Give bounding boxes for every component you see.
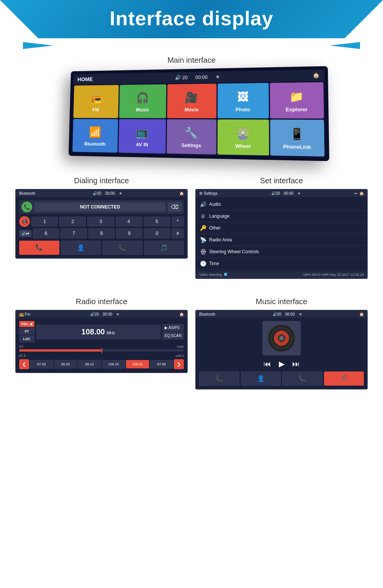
- radio-eq-btn[interactable]: EQ SCAN: [162, 332, 184, 339]
- radio-screen: 📻 Fm 🔊20 00:00 ☀ 🏠 FM1 ◀ ST LOC: [15, 310, 188, 373]
- dial-backspace-btn[interactable]: ⌫: [168, 202, 182, 212]
- app-bluetooth[interactable]: 📶 Bluetooth: [72, 119, 118, 153]
- radio-presets: ❮ 87.50 90.50 98.10 106.10 108.00 87.50 …: [19, 359, 184, 369]
- settings-screen: ⚙ Settings 🔊20 00:00 ☀ ↩ 🏠 🔊 Audio 🖥: [195, 189, 368, 279]
- settings-item-steering[interactable]: 🎡 Steering Wheel Controls: [196, 246, 367, 258]
- app-music[interactable]: 🎧 Music: [119, 84, 166, 118]
- music-tab-music[interactable]: 🎵: [324, 371, 364, 386]
- dial-key-2[interactable]: 2: [59, 217, 86, 226]
- dialing-label: Dialing interface: [15, 176, 188, 185]
- settings-back[interactable]: ↩: [354, 191, 357, 195]
- radio-preset-6[interactable]: 87.50: [150, 360, 173, 368]
- dial-number-display: NOT CONNECTED: [34, 202, 165, 212]
- music-topbar-center: 🔊20 00:00 ☀: [273, 312, 302, 316]
- app-wheel[interactable]: 🎡 Wheel: [217, 119, 269, 155]
- radio-preset-5[interactable]: 108.00: [126, 360, 149, 368]
- header-banner: Interface display: [0, 0, 383, 38]
- dial-hangup-btn[interactable]: 📵: [19, 216, 30, 227]
- music-tab-recent[interactable]: 📞: [282, 371, 322, 386]
- radio-preset-2[interactable]: 90.50: [54, 360, 77, 368]
- dial-tab-recent[interactable]: 📞: [102, 241, 142, 255]
- dial-key-9[interactable]: 9: [116, 228, 142, 238]
- dial-key-3[interactable]: 3: [87, 217, 114, 226]
- app-explorer[interactable]: 📁 Explorer: [270, 82, 324, 119]
- dial-call-btn[interactable]: 📞: [21, 202, 32, 212]
- dial-row-1: 📵 1 2 3 4 5 *: [19, 216, 184, 227]
- app-phonelink[interactable]: 📱 PhoneLink: [270, 120, 324, 157]
- radio-asps-label: AS/PS: [169, 326, 180, 330]
- dialing-content: 📞 NOT CONNECTED ⌫ 📵 1 2 3 4 5 * 🔊⇄: [16, 197, 187, 258]
- dial-key-star[interactable]: *: [172, 217, 184, 226]
- app-photo[interactable]: 🖼 Photo: [218, 83, 269, 119]
- video-warning-text: Video Warning: [199, 273, 222, 277]
- music-section: Music interface Bluetooth 🔊20 00:00 ☀ 🏠: [195, 290, 368, 389]
- settings-item-language[interactable]: 🖥 Language: [196, 210, 367, 222]
- dial-key-hash[interactable]: #: [172, 228, 184, 238]
- movie-label: Movie: [185, 107, 199, 112]
- radio-next-btn[interactable]: ❯: [174, 359, 184, 369]
- decorator-right: [329, 42, 360, 49]
- wheel-icon: 🎡: [236, 127, 250, 140]
- phonelink-label: PhoneLink: [283, 143, 311, 150]
- music-content: ⏮ ▶ ⏭ 📞 👤 📞 🎵: [196, 318, 367, 389]
- music-brightness: ☀: [299, 312, 302, 316]
- settings-footer-right: MP5 SW-D VER May 25 2017 12:09:18: [303, 273, 364, 277]
- app-movie[interactable]: 🎥 Movie: [167, 84, 216, 119]
- music-prev-btn[interactable]: ⏮: [264, 360, 271, 368]
- dial-bottom-tabs: 📞 👤 📞 🎵: [19, 241, 184, 255]
- dial-key-6[interactable]: 6: [33, 228, 59, 238]
- two-col-top: Dialing interface Bluetooth 🔊20 00:00 ☀ …: [0, 169, 383, 290]
- dial-tab-music[interactable]: 🎵: [144, 241, 184, 255]
- settings-item-radio-area[interactable]: 📡 Radio Area: [196, 234, 367, 246]
- settings-steering-label: Steering Wheel Controls: [209, 249, 259, 254]
- app-avin[interactable]: 📺 AV IN: [119, 119, 166, 153]
- dialing-topbar-right: 🏠: [179, 191, 184, 195]
- dial-tab-contacts[interactable]: 👤: [61, 241, 101, 255]
- music-play-btn[interactable]: ▶: [279, 359, 285, 368]
- settings-home[interactable]: 🏠: [359, 191, 364, 195]
- radio-time: 00:00: [103, 312, 112, 316]
- music-next-btn[interactable]: ⏭: [292, 360, 300, 368]
- radio-range-right: 108.0: [175, 354, 184, 358]
- radio-loc-btn[interactable]: LOC: [19, 336, 34, 342]
- dialing-topbar-center: 🔊20 00:00 ☀: [93, 191, 122, 195]
- app-settings[interactable]: 🔧 Settings: [167, 119, 216, 155]
- dial-key-1[interactable]: 1: [31, 217, 58, 226]
- settings-item-other[interactable]: 🔑 Other: [196, 222, 367, 234]
- settings-item-time[interactable]: 🕐 Time: [196, 258, 367, 270]
- dial-tab-call[interactable]: 📞: [19, 241, 59, 255]
- language-icon: 🖥: [200, 213, 206, 219]
- radio-preset-1[interactable]: 87.50: [30, 360, 53, 368]
- main-topbar-center: 🔊 20 00:00 ☀: [175, 74, 220, 81]
- settings-other-label: Other: [209, 225, 221, 231]
- main-apps-grid: 📻 FM 🎧 Music 🎥 Movie 🖼 Photo 📁 Ex: [71, 81, 326, 158]
- dial-key-4[interactable]: 4: [116, 217, 142, 226]
- dial-key-7[interactable]: 7: [61, 228, 87, 238]
- radio-play-btn[interactable]: ▶ AS/PS: [162, 324, 184, 331]
- radio-slider-track[interactable]: [19, 349, 184, 352]
- radio-st-btn[interactable]: ST: [19, 328, 34, 335]
- radio-topbar-center: 🔊20 00:00 ☀: [90, 312, 119, 316]
- settings-language-label: Language: [209, 213, 229, 219]
- radio-freq-display: 108.00 MHz: [36, 324, 161, 339]
- dial-speaker-btn[interactable]: 🔊⇄: [19, 230, 31, 237]
- app-fm[interactable]: 📻 FM: [74, 85, 119, 118]
- music-time: 00:00: [285, 312, 295, 316]
- dial-key-8[interactable]: 8: [88, 228, 115, 238]
- music-tab-contacts[interactable]: 👤: [241, 371, 281, 386]
- radio-prev-btn[interactable]: ❮: [19, 359, 29, 369]
- explorer-icon: 📁: [289, 90, 304, 103]
- dial-key-5[interactable]: 5: [144, 217, 170, 226]
- radio-preset-3[interactable]: 98.10: [78, 360, 101, 368]
- music-tab-call[interactable]: 📞: [199, 371, 239, 386]
- settings-topbar-left: ⚙ Settings: [199, 191, 218, 195]
- header-decorators: [0, 42, 383, 49]
- settings-item-audio[interactable]: 🔊 Audio: [196, 199, 367, 210]
- radio-home[interactable]: 🏠: [179, 312, 184, 316]
- radio-preset-4[interactable]: 106.10: [102, 360, 125, 368]
- bluetooth-label: Bluetooth: [84, 141, 106, 147]
- music-home[interactable]: 🏠: [359, 312, 364, 316]
- settings-radio-area-label: Radio Area: [209, 237, 232, 243]
- radio-fm1-btn[interactable]: FM1 ◀: [19, 321, 34, 327]
- dial-key-0[interactable]: 0: [144, 228, 170, 238]
